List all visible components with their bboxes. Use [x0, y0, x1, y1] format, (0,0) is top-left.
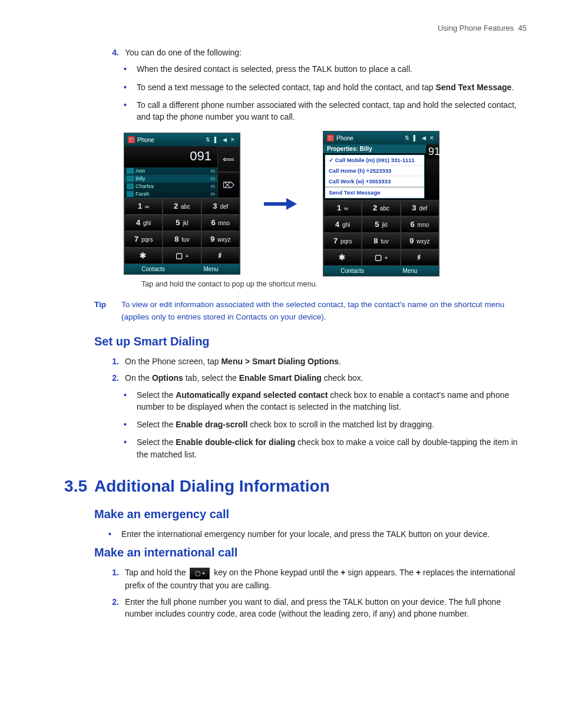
smart-step-2: 2. On the Options tab, select the Enable…	[104, 372, 527, 384]
bullet-icon: •	[124, 389, 137, 413]
keypad-key: 3 def	[401, 200, 439, 216]
keypad-key: 5 jkl	[362, 216, 400, 233]
phone-display: 91	[426, 144, 439, 159]
bullet-icon: •	[124, 419, 137, 430]
keypad-key: 7 pqrs	[323, 233, 362, 249]
intl-step-2: 2. Enter the full phone number you want …	[104, 596, 527, 620]
keypad-key: 6 mno	[401, 216, 439, 233]
step-body: You can do one of the following:	[125, 47, 527, 58]
phone-keypad: 1 ∞2 abc3 def4 ghi5 jkl6 mno7 pqrs8 tuv9…	[124, 198, 240, 264]
bullet-text: Select the Enable drag-scroll check box …	[137, 419, 527, 430]
bullet-icon: •	[124, 99, 137, 123]
keypad-key: 7 pqrs	[124, 231, 163, 248]
contact-list: Annm Billym Charlesm Farahm	[124, 167, 217, 198]
keypad-key: 9 wxyz	[201, 231, 240, 248]
phone-display: 091	[124, 146, 217, 167]
section-heading: 3.5 Additional Dialing Information	[47, 477, 527, 496]
status-icons: ⇅ ▌ ◀ ✕	[204, 136, 236, 143]
bullet-icon: •	[108, 528, 121, 540]
heading-international: Make an international call	[94, 546, 527, 559]
keypad-key: 4 ghi	[124, 215, 163, 231]
keypad-key: 3 def	[201, 198, 240, 215]
step-number: 4.	[104, 47, 125, 58]
keypad-key: 8 tuv	[163, 231, 201, 248]
keypad-key: ✱	[323, 249, 362, 266]
status-icons: ⇅ ▌ ◀ ✕	[404, 134, 435, 141]
softkey-left: Contacts	[124, 264, 182, 274]
tip-text: To view or edit information associated w…	[121, 299, 527, 323]
phone-screenshot-right: Phone ⇅ ▌ ◀ ✕ Properties: Billy Call Mob…	[323, 131, 439, 276]
list-item: Farahm	[124, 190, 217, 198]
menu-item: Send Text Message	[325, 187, 424, 198]
smart-step-1: 1. On the Phone screen, tap Menu > Smart…	[104, 355, 527, 367]
bullet-text: To send a text message to the selected c…	[137, 81, 527, 93]
list-item: Annm	[124, 167, 217, 175]
phone-keypad: 1 ∞2 abc3 def4 ghi5 jkl6 mno7 pqrs8 tuv9…	[323, 200, 439, 266]
phone-titlebar: Phone ⇅ ▌ ◀ ✕	[124, 133, 240, 146]
softkey-bar: Contacts Menu	[323, 266, 439, 276]
close-icon: ✕	[229, 136, 236, 143]
bullet-icon: •	[124, 63, 137, 75]
context-menu: Call Mobile (m) (091) 331-1111 Call Home…	[325, 154, 425, 199]
bullet-item: • Enter the international emergency numb…	[108, 528, 527, 540]
heading-emergency: Make an emergency call	[94, 508, 527, 521]
phone-screenshot-left: Phone ⇅ ▌ ◀ ✕ 091 Annm Billym Charlesm F…	[124, 133, 240, 275]
bullet-item: • Select the Enable drag-scroll check bo…	[124, 419, 527, 430]
bullet-item: • When the desired contact is selected, …	[124, 63, 527, 75]
header-section: Using Phone Features	[438, 24, 514, 32]
phone-titlebar: Phone ⇅ ▌ ◀ ✕	[323, 131, 439, 144]
softkey-right: Menu	[182, 264, 240, 274]
close-icon: ✕	[428, 134, 435, 141]
keypad-key: ▢ +	[163, 248, 201, 264]
keypad-key: ♯	[401, 249, 439, 266]
zero-plus-key-icon: ▢ +	[190, 568, 210, 579]
softkey-right: Menu	[381, 266, 439, 276]
keypad-key: 6 mno	[201, 215, 240, 231]
windows-icon	[128, 136, 135, 143]
keypad-key: ▢ +	[362, 249, 400, 266]
step-number: 1.	[104, 355, 125, 367]
arrow-right-icon	[264, 200, 299, 208]
windows-icon	[327, 134, 334, 141]
bullet-item: • Select the Enable double-click for dia…	[124, 436, 527, 460]
keypad-key: ✱	[124, 248, 163, 264]
step-4: 4. You can do one of the following:	[104, 47, 527, 58]
step-number: 2.	[104, 596, 125, 620]
bullet-text: To call a different phone number associa…	[137, 99, 527, 123]
list-item: Charlesm	[124, 183, 217, 190]
tip-block: Tip To view or edit information associat…	[94, 299, 527, 323]
keypad-key: 9 wxyz	[401, 233, 439, 249]
page: Using Phone Features 45 4. You can do on…	[0, 0, 562, 660]
bullet-text: Select the Automatically expand selected…	[137, 389, 527, 413]
heading-smart-dialing: Set up Smart Dialing	[94, 335, 527, 348]
step-number: 2.	[104, 372, 125, 384]
step-body: Tap and hold the ▢ + key on the Phone ke…	[125, 566, 527, 591]
tip-label: Tip	[94, 299, 121, 323]
softkey-bar: Contacts Menu	[124, 264, 240, 274]
keypad-key: ♯	[201, 248, 240, 264]
step-number: 1.	[104, 566, 125, 591]
step-body: On the Phone screen, tap Menu > Smart Di…	[125, 355, 527, 367]
back-icon: ⟸	[217, 146, 240, 172]
section-number: 3.5	[47, 477, 94, 496]
intl-step-1: 1. Tap and hold the ▢ + key on the Phone…	[104, 566, 527, 591]
keypad-key: 8 tuv	[362, 233, 400, 249]
signal-icon: ⇅	[204, 136, 211, 143]
bullet-icon: •	[124, 436, 137, 460]
menu-item: Call Work (w) +3553333	[325, 176, 424, 187]
bullet-text: Select the Enable double-click for diali…	[137, 436, 527, 460]
keypad-key: 5 jkl	[163, 215, 201, 231]
bullet-text: When the desired contact is selected, pr…	[137, 63, 527, 75]
bullet-item: • To send a text message to the selected…	[124, 81, 527, 93]
bullet-icon: •	[124, 81, 137, 93]
keypad-key: 2 abc	[362, 200, 400, 216]
section-title: Additional Dialing Information	[94, 477, 330, 496]
volume-icon: ◀	[221, 136, 228, 143]
figure-caption: Tap and hold the contact to pop up the s…	[141, 280, 527, 288]
softkey-left: Contacts	[323, 266, 381, 276]
step-body: On the Options tab, select the Enable Sm…	[125, 372, 527, 384]
keypad-key: 4 ghi	[323, 216, 362, 233]
delete-icon: ⌦	[217, 172, 240, 198]
menu-item: Call Home (h) +2523333	[325, 166, 424, 176]
header-page: 45	[518, 24, 527, 32]
